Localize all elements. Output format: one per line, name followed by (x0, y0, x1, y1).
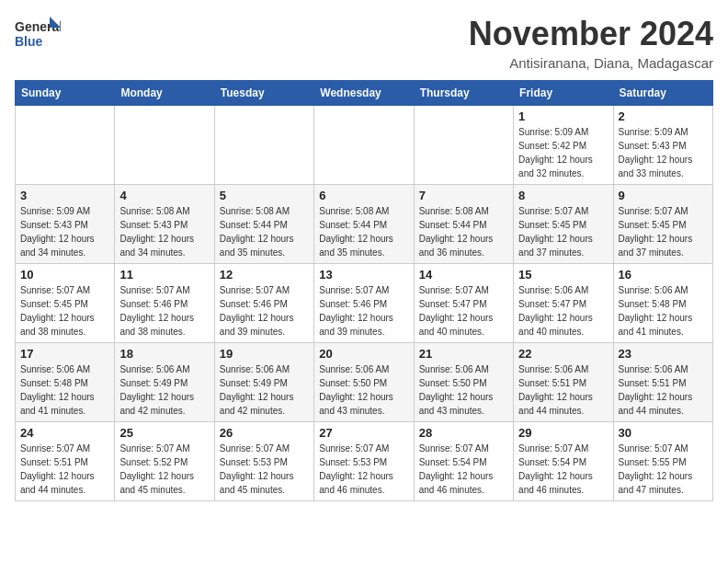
calendar-day-4: 4Sunrise: 5:08 AM Sunset: 5:43 PM Daylig… (115, 185, 214, 264)
empty-day (314, 106, 414, 185)
day-number: 5 (220, 189, 309, 202)
day-info: Sunrise: 5:06 AM Sunset: 5:49 PM Dayligh… (119, 362, 209, 418)
weekday-header-row: SundayMondayTuesdayWednesdayThursdayFrid… (16, 81, 713, 106)
logo: GeneralBlue (15, 15, 61, 52)
empty-day (115, 106, 214, 185)
calendar-day-12: 12Sunrise: 5:07 AM Sunset: 5:46 PM Dayli… (214, 264, 313, 343)
day-info: Sunrise: 5:06 AM Sunset: 5:48 PM Dayligh… (619, 283, 708, 339)
day-number: 26 (220, 426, 309, 440)
day-number: 6 (319, 189, 408, 202)
day-number: 20 (319, 347, 408, 361)
day-info: Sunrise: 5:06 AM Sunset: 5:50 PM Dayligh… (319, 362, 408, 418)
calendar-week-5: 24Sunrise: 5:07 AM Sunset: 5:51 PM Dayli… (16, 422, 713, 501)
day-info: Sunrise: 5:08 AM Sunset: 5:43 PM Dayligh… (119, 204, 209, 259)
calendar-day-5: 5Sunrise: 5:08 AM Sunset: 5:44 PM Daylig… (214, 185, 313, 264)
weekday-sunday: Sunday (16, 81, 115, 106)
empty-day (16, 106, 115, 185)
day-number: 7 (419, 189, 508, 202)
calendar-day-24: 24Sunrise: 5:07 AM Sunset: 5:51 PM Dayli… (16, 422, 115, 501)
calendar-day-23: 23Sunrise: 5:06 AM Sunset: 5:51 PM Dayli… (613, 343, 712, 422)
day-number: 18 (119, 347, 209, 361)
day-info: Sunrise: 5:07 AM Sunset: 5:45 PM Dayligh… (619, 204, 708, 259)
day-info: Sunrise: 5:07 AM Sunset: 5:45 PM Dayligh… (518, 204, 608, 259)
day-info: Sunrise: 5:08 AM Sunset: 5:44 PM Dayligh… (319, 204, 408, 259)
location-title: Antisiranana, Diana, Madagascar (469, 55, 713, 71)
day-number: 30 (619, 426, 708, 440)
day-number: 12 (220, 268, 309, 282)
day-info: Sunrise: 5:07 AM Sunset: 5:54 PM Dayligh… (419, 442, 508, 497)
weekday-monday: Monday (115, 81, 214, 106)
calendar-day-19: 19Sunrise: 5:06 AM Sunset: 5:49 PM Dayli… (214, 343, 313, 422)
day-number: 13 (319, 268, 408, 282)
day-number: 14 (419, 268, 508, 282)
day-number: 25 (119, 426, 209, 440)
day-number: 28 (419, 426, 508, 440)
calendar-day-17: 17Sunrise: 5:06 AM Sunset: 5:48 PM Dayli… (16, 343, 115, 422)
page-header: GeneralBlue November 2024 Antisiranana, … (15, 15, 713, 71)
calendar-day-10: 10Sunrise: 5:07 AM Sunset: 5:45 PM Dayli… (16, 264, 115, 343)
day-info: Sunrise: 5:07 AM Sunset: 5:45 PM Dayligh… (20, 283, 109, 339)
month-title: November 2024 (469, 15, 713, 53)
calendar-day-1: 1Sunrise: 5:09 AM Sunset: 5:42 PM Daylig… (514, 106, 613, 185)
calendar-table: SundayMondayTuesdayWednesdayThursdayFrid… (15, 80, 713, 501)
day-info: Sunrise: 5:08 AM Sunset: 5:44 PM Dayligh… (419, 204, 508, 259)
calendar-day-16: 16Sunrise: 5:06 AM Sunset: 5:48 PM Dayli… (613, 264, 712, 343)
day-number: 9 (619, 189, 708, 202)
day-info: Sunrise: 5:09 AM Sunset: 5:43 PM Dayligh… (619, 125, 708, 180)
day-info: Sunrise: 5:07 AM Sunset: 5:46 PM Dayligh… (220, 283, 309, 339)
day-info: Sunrise: 5:09 AM Sunset: 5:43 PM Dayligh… (20, 204, 109, 259)
title-area: November 2024 Antisiranana, Diana, Madag… (469, 15, 713, 71)
day-number: 29 (518, 426, 608, 440)
calendar-day-15: 15Sunrise: 5:06 AM Sunset: 5:47 PM Dayli… (514, 264, 613, 343)
calendar-day-26: 26Sunrise: 5:07 AM Sunset: 5:53 PM Dayli… (214, 422, 313, 501)
day-number: 17 (20, 347, 109, 361)
calendar-week-4: 17Sunrise: 5:06 AM Sunset: 5:48 PM Dayli… (16, 343, 713, 422)
weekday-tuesday: Tuesday (214, 81, 313, 106)
day-info: Sunrise: 5:07 AM Sunset: 5:53 PM Dayligh… (220, 442, 309, 497)
day-info: Sunrise: 5:07 AM Sunset: 5:46 PM Dayligh… (119, 283, 209, 339)
day-number: 10 (20, 268, 109, 282)
day-number: 23 (619, 347, 708, 361)
calendar-day-13: 13Sunrise: 5:07 AM Sunset: 5:46 PM Dayli… (314, 264, 414, 343)
day-number: 19 (220, 347, 309, 361)
day-number: 27 (319, 426, 408, 440)
day-number: 8 (518, 189, 608, 202)
calendar-day-14: 14Sunrise: 5:07 AM Sunset: 5:47 PM Dayli… (414, 264, 513, 343)
day-info: Sunrise: 5:06 AM Sunset: 5:49 PM Dayligh… (220, 362, 309, 418)
calendar-day-3: 3Sunrise: 5:09 AM Sunset: 5:43 PM Daylig… (16, 185, 115, 264)
weekday-wednesday: Wednesday (314, 81, 414, 106)
calendar-day-18: 18Sunrise: 5:06 AM Sunset: 5:49 PM Dayli… (115, 343, 214, 422)
empty-day (414, 106, 513, 185)
day-info: Sunrise: 5:07 AM Sunset: 5:55 PM Dayligh… (619, 442, 708, 497)
day-number: 16 (619, 268, 708, 282)
calendar-week-3: 10Sunrise: 5:07 AM Sunset: 5:45 PM Dayli… (16, 264, 713, 343)
day-info: Sunrise: 5:07 AM Sunset: 5:53 PM Dayligh… (319, 442, 408, 497)
day-info: Sunrise: 5:09 AM Sunset: 5:42 PM Dayligh… (518, 125, 608, 180)
day-number: 4 (119, 189, 209, 202)
calendar-day-11: 11Sunrise: 5:07 AM Sunset: 5:46 PM Dayli… (115, 264, 214, 343)
svg-text:Blue: Blue (15, 34, 43, 49)
day-number: 11 (119, 268, 209, 282)
calendar-day-28: 28Sunrise: 5:07 AM Sunset: 5:54 PM Dayli… (414, 422, 513, 501)
day-info: Sunrise: 5:07 AM Sunset: 5:54 PM Dayligh… (518, 442, 608, 497)
day-info: Sunrise: 5:06 AM Sunset: 5:51 PM Dayligh… (518, 362, 608, 418)
day-number: 21 (419, 347, 508, 361)
calendar-day-20: 20Sunrise: 5:06 AM Sunset: 5:50 PM Dayli… (314, 343, 414, 422)
calendar-day-29: 29Sunrise: 5:07 AM Sunset: 5:54 PM Dayli… (514, 422, 613, 501)
day-number: 3 (20, 189, 109, 202)
weekday-thursday: Thursday (414, 81, 513, 106)
day-info: Sunrise: 5:07 AM Sunset: 5:52 PM Dayligh… (119, 442, 209, 497)
calendar-day-25: 25Sunrise: 5:07 AM Sunset: 5:52 PM Dayli… (115, 422, 214, 501)
day-info: Sunrise: 5:06 AM Sunset: 5:47 PM Dayligh… (518, 283, 608, 339)
day-info: Sunrise: 5:07 AM Sunset: 5:47 PM Dayligh… (419, 283, 508, 339)
day-number: 22 (518, 347, 608, 361)
calendar-day-7: 7Sunrise: 5:08 AM Sunset: 5:44 PM Daylig… (414, 185, 513, 264)
day-number: 15 (518, 268, 608, 282)
weekday-saturday: Saturday (613, 81, 712, 106)
calendar-day-6: 6Sunrise: 5:08 AM Sunset: 5:44 PM Daylig… (314, 185, 414, 264)
day-number: 2 (619, 109, 708, 123)
day-info: Sunrise: 5:07 AM Sunset: 5:51 PM Dayligh… (20, 442, 109, 497)
day-info: Sunrise: 5:06 AM Sunset: 5:50 PM Dayligh… (419, 362, 508, 418)
calendar-day-22: 22Sunrise: 5:06 AM Sunset: 5:51 PM Dayli… (514, 343, 613, 422)
calendar-week-1: 1Sunrise: 5:09 AM Sunset: 5:42 PM Daylig… (16, 106, 713, 185)
